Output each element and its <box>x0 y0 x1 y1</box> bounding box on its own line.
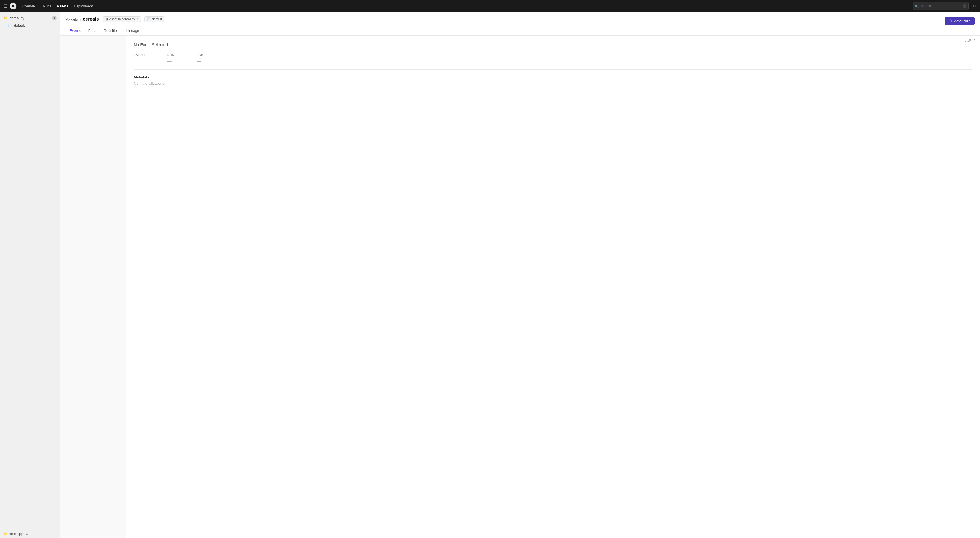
sidebar-items: cereal.py 1 default <box>0 12 60 529</box>
timer-refresh-icon[interactable] <box>973 38 975 43</box>
run-value: — <box>167 59 175 64</box>
nav-runs[interactable]: Runs <box>41 3 53 10</box>
metadata-title: Metadata <box>134 75 972 79</box>
logo <box>10 2 17 10</box>
events-right-panel[interactable]: 0:10 No Event Selected Event Run — <box>126 36 980 538</box>
breadcrumb-tag-table[interactable]: Asset in cereal.py <box>103 16 141 22</box>
breadcrumb-assets[interactable]: Assets <box>66 17 78 22</box>
event-col-job: Job — <box>197 54 203 64</box>
sidebar-item-cereal[interactable]: cereal.py 1 <box>0 14 60 22</box>
tag-file-icon <box>147 17 151 21</box>
search-icon <box>915 3 919 8</box>
tab-events[interactable]: Events <box>66 26 84 35</box>
footer-refresh-icon[interactable] <box>25 532 29 536</box>
sidebar-item-badge: 1 <box>52 16 57 20</box>
search-box[interactable]: / <box>913 2 969 10</box>
nav-deployment[interactable]: Deployment <box>72 3 95 10</box>
main-layout: cereal.py 1 default cereal.py Assets <box>0 12 980 538</box>
search-input[interactable] <box>921 4 962 8</box>
breadcrumb: Assets › cereals Asset in cereal.py defa… <box>66 16 164 22</box>
file-icon <box>8 23 12 27</box>
table-icon <box>105 17 108 21</box>
job-label: Job <box>197 54 203 57</box>
run-label: Run <box>167 54 175 57</box>
footer-folder-icon <box>3 532 8 536</box>
sidebar-item-default[interactable]: default <box>0 22 60 29</box>
metadata-empty: No materializations <box>134 81 972 86</box>
tab-lineage[interactable]: Lineage <box>123 26 143 35</box>
nav-overview[interactable]: Overview <box>20 3 40 10</box>
nav-assets[interactable]: Assets <box>54 3 71 10</box>
event-col-event: Event <box>134 54 145 64</box>
sidebar-item-label: cereal.py <box>10 16 24 20</box>
sidebar-footer[interactable]: cereal.py <box>0 529 60 538</box>
materialize-icon <box>949 19 952 23</box>
timer-value: 0:10 <box>965 39 971 43</box>
breadcrumb-current: cereals <box>83 16 99 22</box>
header-top-row: Assets › cereals Asset in cereal.py defa… <box>66 16 975 25</box>
search-shortcut: / <box>963 5 966 8</box>
topnav: Overview Runs Assets Deployment / <box>0 0 980 12</box>
breadcrumb-separator: › <box>80 17 81 22</box>
event-cols: Event Run — Job — <box>134 54 972 64</box>
external-link-icon[interactable] <box>136 17 138 21</box>
metadata-section: Metadata No materializations <box>134 75 972 86</box>
settings-icon[interactable] <box>973 3 977 8</box>
content-body: 0:10 No Event Selected Event Run — <box>60 36 980 538</box>
no-event-title: No Event Selected <box>134 42 972 47</box>
sidebar: cereal.py 1 default cereal.py <box>0 12 60 538</box>
tab-definition[interactable]: Definition <box>100 26 123 35</box>
event-label: Event <box>134 54 145 57</box>
tab-plots[interactable]: Plots <box>84 26 100 35</box>
tabs: Events Plots Definition Lineage <box>66 26 975 35</box>
sidebar-item-default-label: default <box>14 23 25 27</box>
folder-icon <box>3 16 8 20</box>
breadcrumb-tag-default[interactable]: default <box>144 16 164 22</box>
timer-row: 0:10 <box>965 38 975 43</box>
materialize-button[interactable]: Materialize <box>945 17 975 25</box>
content-header: Assets › cereals Asset in cereal.py defa… <box>60 12 980 36</box>
events-left-panel <box>60 36 126 538</box>
sidebar-footer-label: cereal.py <box>10 532 23 536</box>
hamburger-icon[interactable] <box>3 3 7 9</box>
nav-links: Overview Runs Assets Deployment <box>20 3 910 10</box>
event-col-run: Run — <box>167 54 175 64</box>
no-event-section: No Event Selected Event Run — Job — <box>134 42 972 70</box>
breadcrumb-meta: Asset in cereal.py default <box>103 16 164 22</box>
job-value: — <box>197 59 203 64</box>
content-area: Assets › cereals Asset in cereal.py defa… <box>60 12 980 538</box>
